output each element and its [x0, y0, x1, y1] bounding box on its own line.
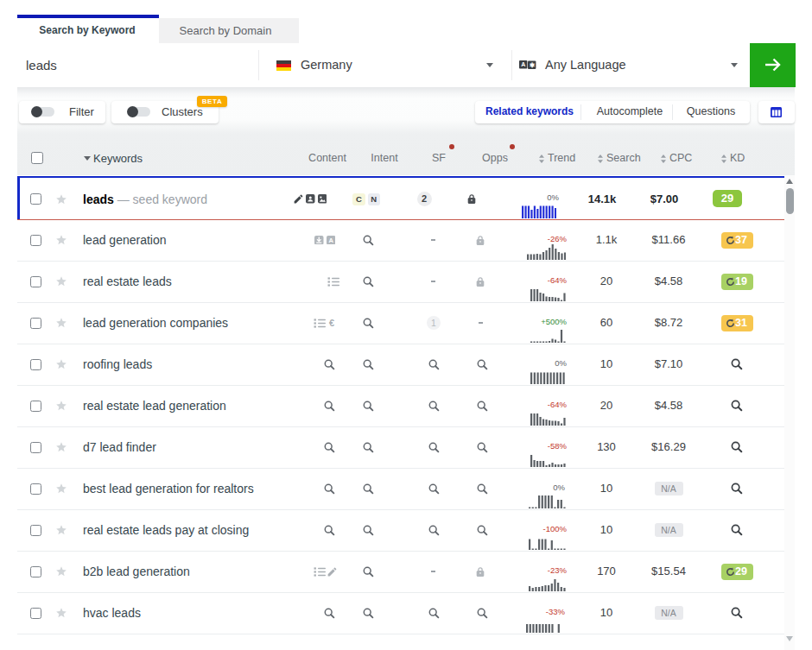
svg-text:✱: ✱	[530, 61, 536, 69]
svg-text:A: A	[328, 237, 333, 244]
svg-text:A: A	[521, 61, 525, 67]
